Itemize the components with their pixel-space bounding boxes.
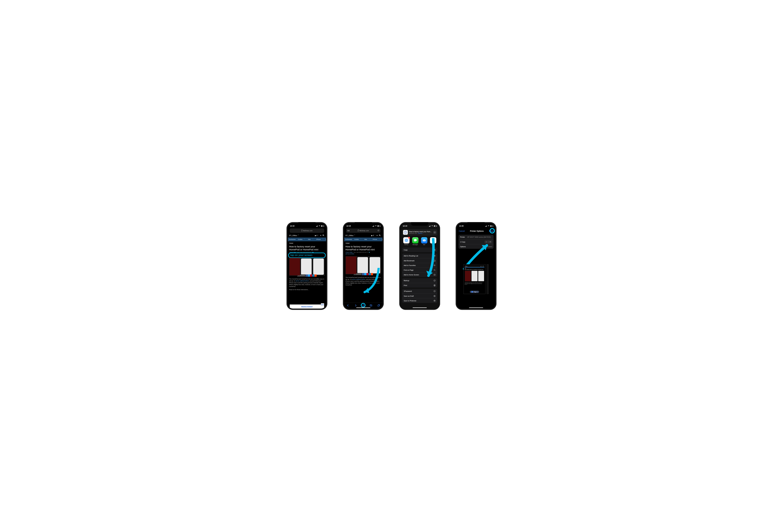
badge: 2	[408, 237, 410, 239]
svg-point-0	[323, 235, 324, 236]
url-bar[interactable]: AA 9to5mac.com	[346, 228, 380, 233]
more-icon[interactable]: ⋮	[318, 235, 319, 237]
stepper-minus[interactable]: −	[484, 240, 488, 243]
cancel-button[interactable]: Cancel	[459, 230, 465, 232]
more-icon[interactable]: ⋮	[374, 235, 376, 237]
share-li-icon[interactable]	[369, 273, 371, 275]
slack-button[interactable]: Slack	[430, 237, 437, 245]
action-reading-list[interactable]: Add to Reading List	[402, 254, 437, 258]
home-indicator[interactable]	[469, 307, 483, 308]
nav-guides[interactable]: Guides˅	[353, 239, 363, 240]
share-app-row[interactable]: 2 AirDrop Messages Mail Slack	[401, 237, 439, 246]
nav-mac[interactable]: Mac˅	[307, 239, 315, 240]
phone-4: 12:20 Cancel Printer Options Print Print…	[456, 222, 496, 310]
svg-point-12	[434, 269, 435, 270]
share-tw-icon[interactable]	[364, 273, 367, 275]
inline-link[interactable]: we've outlined before	[296, 280, 309, 281]
search-icon[interactable]	[378, 234, 381, 237]
youtube-icon[interactable]: ▶	[315, 235, 316, 237]
action-print[interactable]: Print	[402, 283, 437, 288]
youtube-icon[interactable]: ▶	[371, 235, 373, 237]
section-today: TODAY	[345, 242, 381, 244]
back-button[interactable]	[347, 304, 349, 307]
author-handle[interactable]: @ChanceHMiller	[345, 253, 381, 255]
option-printer[interactable]: Printer HP ENVY 5000 series [6A73C0] ›	[459, 235, 494, 239]
article-title[interactable]: How to factory reset your HomePod or Hom…	[289, 245, 325, 251]
share-fb-icon[interactable]	[306, 274, 308, 277]
share-rd-icon[interactable]	[314, 274, 317, 277]
share-li-icon[interactable]	[312, 274, 314, 277]
ad-tag[interactable]: ▷✕	[321, 303, 324, 305]
site-header: 9T◯5Mac ˅ ▶ f ⋮ ☀	[288, 233, 326, 237]
nav-iphone[interactable]: iPhone˅	[371, 239, 381, 240]
paragraph-1: The HomePod and HomePod mini are incredi…	[289, 278, 325, 288]
site-logo[interactable]: 9T◯5Mac ˅	[289, 235, 299, 237]
article-title[interactable]: How to factory reset your HomePod or Hom…	[345, 245, 381, 251]
twitter-icon[interactable]: 🐦	[369, 252, 370, 253]
share-pi-icon[interactable]	[367, 273, 369, 275]
printer-options-group: Printer HP ENVY 5000 series [6A73C0] › 1…	[459, 235, 494, 249]
svg-rect-17	[434, 286, 435, 286]
action-draft[interactable]: Save as Draft	[402, 294, 437, 298]
inline-link[interactable]: we've outlined before	[352, 278, 365, 280]
annotation-circle	[361, 303, 366, 308]
lock-icon	[358, 230, 359, 231]
stepper-plus[interactable]: +	[488, 240, 492, 243]
reload-icon[interactable]	[377, 230, 379, 232]
share-actions: Copy Add to Reading List Add Bookmark Ad…	[402, 247, 437, 304]
url-bar[interactable]: 9to5mac.com	[290, 228, 324, 233]
nav-more[interactable]: Wa	[325, 239, 326, 240]
action-copy[interactable]: Copy	[402, 247, 437, 252]
site-logo[interactable]: 9T◯5Mac ˅	[345, 235, 355, 237]
forward-button[interactable]	[354, 304, 357, 307]
print-preview[interactable]: 9T05Mac▶ f ⋮ ☀ 🔍 TODAY How to factory re…	[457, 250, 495, 308]
reader-button[interactable]: AA	[347, 230, 349, 232]
toggle-icon[interactable]: ☀	[320, 235, 321, 237]
nav-guides[interactable]: Guides˅	[296, 239, 307, 240]
action-favorites[interactable]: Add to Favorites	[402, 263, 437, 268]
share-thumb-icon	[403, 230, 408, 235]
mail-button[interactable]: Mail	[421, 237, 428, 245]
battery-icon	[377, 225, 380, 227]
share-options-link[interactable]: Options ›	[418, 233, 423, 234]
home-indicator[interactable]	[413, 307, 427, 308]
nav-more[interactable]: Wa	[381, 239, 382, 240]
option-options[interactable]: Options Double-sided	[459, 244, 494, 249]
bookmarks-button[interactable]	[370, 304, 372, 307]
action-pinterest[interactable]: Save to Pinterest	[402, 298, 437, 303]
author-link[interactable]: Chance Miller	[345, 252, 353, 253]
search-icon[interactable]	[322, 234, 325, 237]
preview-page-1[interactable]: 9T05Mac▶ f ⋮ ☀ 🔍 TODAY How to factory re…	[464, 264, 486, 294]
action-markup[interactable]: Markup	[402, 278, 437, 283]
action-find[interactable]: Find on Page	[402, 268, 437, 272]
nav-mac[interactable]: Mac˅	[363, 239, 371, 240]
action-home-screen[interactable]: Add to Home Screen	[402, 272, 437, 277]
share-button[interactable]	[362, 304, 365, 307]
article-content[interactable]: TODAY How to factory reset your HomePod …	[344, 241, 382, 303]
ad-banner[interactable]: ▷✕ Bounce Forward	[290, 304, 324, 308]
share-tw-icon[interactable]	[308, 274, 310, 277]
nav-exclusives[interactable]: Exclusives	[345, 239, 353, 240]
nav-exclusives[interactable]: Exclusives	[288, 239, 296, 240]
print-button[interactable]: Print	[489, 230, 493, 232]
action-1password[interactable]: 1Password	[402, 289, 437, 294]
page-label[interactable]: Page 1	[470, 291, 479, 293]
toggle-icon[interactable]: ☀	[376, 235, 378, 237]
facebook-icon[interactable]: f	[317, 235, 317, 236]
article-content[interactable]: TODAY How to factory reset your HomePod …	[288, 241, 326, 308]
airdrop-button[interactable]: 2 AirDrop	[403, 237, 410, 245]
messages-button[interactable]: Messages	[412, 237, 419, 245]
close-button[interactable]: ✕	[433, 231, 436, 234]
tabs-button[interactable]	[377, 304, 380, 307]
share-rd-icon[interactable]	[371, 273, 373, 275]
copies-stepper[interactable]: − +	[484, 240, 492, 243]
wifi-icon	[431, 225, 433, 227]
facebook-icon[interactable]: f	[373, 235, 374, 236]
printer-value: HP ENVY 5000 series [6A73C0]	[465, 236, 491, 238]
share-fb-icon[interactable]	[362, 273, 364, 275]
action-bookmark[interactable]: Add Bookmark	[402, 258, 437, 263]
preview-page-2[interactable]	[487, 264, 489, 294]
share-pi-icon[interactable]	[310, 274, 312, 277]
home-indicator[interactable]	[356, 307, 370, 308]
nav-iphone[interactable]: iPhone˅	[315, 239, 325, 240]
